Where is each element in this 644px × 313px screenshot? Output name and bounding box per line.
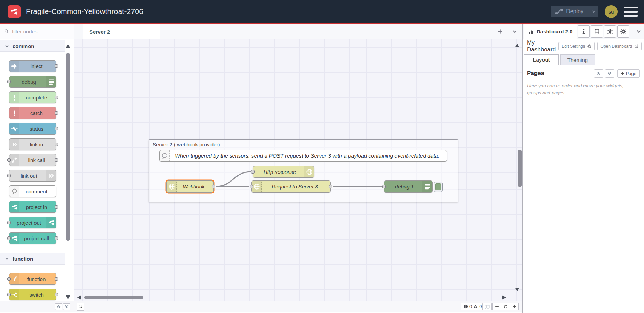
deploy-options-button[interactable] <box>588 6 598 17</box>
node-port-out[interactable] <box>55 127 58 130</box>
palette-category-function[interactable]: function <box>0 253 65 265</box>
gear-icon <box>620 29 626 34</box>
palette-node-project-in[interactable]: project in <box>9 201 56 213</box>
palette-scroll-down-icon[interactable] <box>65 295 71 299</box>
palette-node-complete[interactable]: complete <box>9 91 56 103</box>
palette-node-status[interactable]: status <box>9 123 56 135</box>
node-port-in[interactable] <box>250 185 253 188</box>
edit-settings-button[interactable]: Edit Settings <box>558 42 594 50</box>
palette-node-project-call[interactable]: project call <box>9 232 56 244</box>
nr-logo-icon <box>48 219 55 226</box>
workspace-tabbar: Server 2 <box>74 24 522 39</box>
open-dashboard-label: Open Dashboard <box>601 44 632 49</box>
info-button[interactable] <box>578 25 590 38</box>
debug-toggle-button[interactable] <box>434 182 443 192</box>
node-port-in[interactable] <box>7 236 11 240</box>
function-f-icon: f <box>11 276 18 282</box>
palette-scroll-up-icon[interactable] <box>65 44 71 48</box>
open-dashboard-button[interactable]: Open Dashboard <box>597 42 642 50</box>
node-red-logo[interactable] <box>8 5 21 18</box>
palette-expand-all-button[interactable] <box>63 303 70 310</box>
palette-node-catch[interactable]: catch <box>9 107 56 119</box>
flow-tab-server-2[interactable]: Server 2 <box>83 24 160 39</box>
zoom-in-button[interactable] <box>510 303 519 310</box>
palette-node-debug[interactable]: debug <box>9 76 56 88</box>
canvas-scroll-left-icon[interactable] <box>77 295 81 300</box>
canvas-scroll-up-icon[interactable] <box>515 43 520 48</box>
subtab-theming[interactable]: Theming <box>560 54 595 65</box>
palette-node-comment[interactable]: comment <box>9 185 56 197</box>
subtab-layout[interactable]: Layout <box>524 54 559 65</box>
node-port-out[interactable] <box>55 158 58 162</box>
navigator-button[interactable] <box>482 303 492 310</box>
node-red-editor: { "header": { "title": "Fragile-Common-Y… <box>0 0 644 313</box>
canvas-search-button[interactable] <box>77 303 84 311</box>
node-port-out[interactable] <box>55 293 58 296</box>
zoom-reset-button[interactable] <box>501 303 510 310</box>
comment-node[interactable]: When triggered by the sensors, send a PO… <box>159 150 447 162</box>
node-label: debug 1 <box>387 181 422 192</box>
node-port-out[interactable] <box>55 143 58 146</box>
palette-filter-input[interactable] <box>12 29 64 34</box>
node-port-out[interactable] <box>55 205 58 209</box>
node-port-in[interactable] <box>7 174 11 177</box>
node-port-in[interactable] <box>382 185 386 188</box>
flow-node-request[interactable]: Request to Server 3 <box>251 180 331 193</box>
palette-node-switch[interactable]: switch <box>9 289 56 300</box>
deploy-button[interactable]: Deploy <box>551 6 598 17</box>
flow-node-debug1[interactable]: debug 1 <box>384 180 433 193</box>
node-port-in[interactable] <box>7 277 11 281</box>
header-bar: Fragile-Common-Yellowthroat-2706 Deploy … <box>0 0 644 24</box>
sidebar-tab-dashboard[interactable]: Dashboard 2.0 <box>524 24 577 39</box>
flow-canvas[interactable]: Server 2 ( webhook provider) When trigge… <box>74 39 522 301</box>
palette-node-function[interactable]: ffunction <box>9 273 56 285</box>
notification-counts[interactable]: 0 0 <box>461 303 484 310</box>
node-port-out[interactable] <box>55 111 58 115</box>
bug-button[interactable] <box>604 25 616 38</box>
zoom-out-button[interactable] <box>492 303 501 310</box>
sidebar-menu-caret[interactable] <box>636 29 641 34</box>
add-flow-button[interactable] <box>493 24 507 39</box>
palette-search[interactable] <box>0 24 74 39</box>
node-port-out[interactable] <box>55 277 58 281</box>
palette-scrollbar-thumb[interactable] <box>66 53 70 241</box>
flow-node-webhook[interactable]: Webhook <box>166 180 214 193</box>
link-arrow-icon <box>9 139 19 150</box>
node-label: project out <box>12 217 46 228</box>
node-port-in[interactable] <box>7 158 11 162</box>
link-arrow-icon <box>46 170 56 181</box>
node-port-out[interactable] <box>55 236 58 240</box>
canvas-vscrollbar-thumb[interactable] <box>518 150 522 187</box>
flow-list-button[interactable] <box>508 24 521 39</box>
node-port-in[interactable] <box>7 293 11 296</box>
palette-node-link-out[interactable]: link out <box>9 170 56 182</box>
canvas-scroll-right-icon[interactable] <box>502 295 506 300</box>
palette-node-link-in[interactable]: link in <box>9 138 56 150</box>
move-page-up-button[interactable] <box>594 69 603 78</box>
palette-node-link-call[interactable]: link call <box>9 154 56 166</box>
node-port-out[interactable] <box>329 185 332 188</box>
node-port-out[interactable] <box>55 96 58 99</box>
node-port-out[interactable] <box>212 185 215 188</box>
node-port-in[interactable] <box>7 221 11 224</box>
user-avatar[interactable]: su <box>605 5 618 18</box>
deploy-button-main[interactable]: Deploy <box>551 6 588 17</box>
exclamation-icon <box>9 107 19 119</box>
palette-node-project-out[interactable]: project out <box>9 217 56 228</box>
canvas-scroll-down-icon[interactable] <box>515 287 520 292</box>
gear-button[interactable] <box>617 25 629 38</box>
main-menu-button[interactable] <box>624 7 638 17</box>
node-label: Webhook <box>177 181 210 192</box>
node-port-in[interactable] <box>7 80 11 83</box>
flow-node-http_response[interactable]: Http response <box>253 166 314 178</box>
book-button[interactable] <box>591 25 603 38</box>
palette-collapse-all-button[interactable] <box>55 303 62 310</box>
canvas-hscrollbar-thumb[interactable] <box>84 296 143 299</box>
palette-node-inject[interactable]: inject <box>9 60 56 72</box>
node-port-out[interactable] <box>55 64 58 68</box>
add-page-button[interactable]: Page <box>617 69 640 78</box>
move-page-down-button[interactable] <box>605 69 614 78</box>
palette-category-common[interactable]: common <box>0 40 65 52</box>
inject-arrow-icon <box>9 61 19 72</box>
node-port-in[interactable] <box>251 170 255 174</box>
